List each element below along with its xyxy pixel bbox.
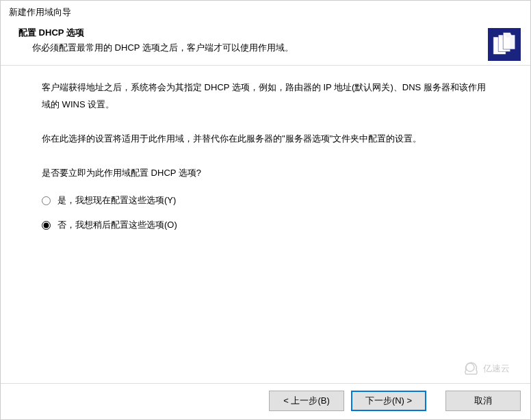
description-paragraph-1: 客户端获得地址之后，系统将会为其指定 DHCP 选项，例如，路由器的 IP 地址… [42,79,489,113]
radio-no-input[interactable] [42,221,51,230]
radio-yes-label[interactable]: 是，我想现在配置这些选项(Y) [57,194,176,207]
radio-option-no[interactable]: 否，我想稍后配置这些选项(O) [42,219,489,231]
wizard-title: 新建作用域向导 [9,6,522,18]
back-button[interactable]: < 上一步(B) [269,391,344,411]
wizard-header: 新建作用域向导 配置 DHCP 选项 你必须配置最常用的 DHCP 选项之后，客… [1,1,530,66]
radio-yes-input[interactable] [42,196,51,205]
wizard-container: 新建作用域向导 配置 DHCP 选项 你必须配置最常用的 DHCP 选项之后，客… [0,0,531,420]
radio-option-yes[interactable]: 是，我想现在配置这些选项(Y) [42,194,489,207]
configure-question: 是否要立即为此作用域配置 DHCP 选项? [42,167,489,179]
configure-options-radio-group: 是，我想现在配置这些选项(Y) 否，我想稍后配置这些选项(O) [42,194,489,231]
section-subtitle: 你必须配置最常用的 DHCP 选项之后，客户端才可以使用作用域。 [32,42,522,54]
description-paragraph-2: 你在此选择的设置将适用于此作用域，并替代你在此服务器的"服务器选项"文件夹中配置… [42,131,489,148]
wizard-content: 客户端获得地址之后，系统将会为其指定 DHCP 选项，例如，路由器的 IP 地址… [1,66,530,383]
radio-no-label[interactable]: 否，我想稍后配置这些选项(O) [57,219,177,231]
scope-folders-icon [488,28,521,61]
next-button[interactable]: 下一步(N) > [351,391,426,411]
wizard-button-bar: < 上一步(B) 下一步(N) > 取消 [1,383,530,419]
cancel-button[interactable]: 取消 [445,391,521,411]
section-title: 配置 DHCP 选项 [18,27,522,39]
